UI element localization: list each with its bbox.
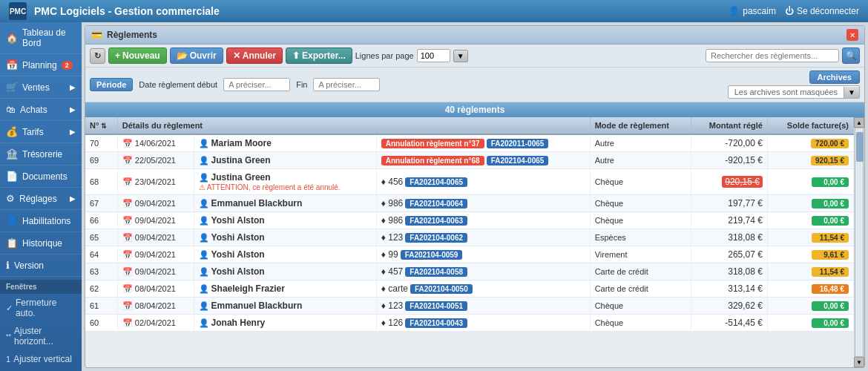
fenetre-ajuster-vertical[interactable]: Ajuster vertical <box>0 350 82 368</box>
client-icon: 👤 <box>199 318 209 327</box>
col-mode: Mode de règlement <box>590 117 691 134</box>
cell-client: 👤 Emmanuel Blackburn <box>194 195 376 212</box>
cell-client: 👤 Yoshi Alston <box>194 212 376 229</box>
client-icon: 👤 <box>199 216 209 225</box>
refresh-button[interactable]: ↻ <box>90 48 105 64</box>
table-row[interactable]: 69 📅 22/05/2021 👤 Justina Green Annulati… <box>85 152 854 169</box>
sidebar-item-habilitations[interactable]: 👤 Habilitations <box>0 210 82 232</box>
search-button[interactable]: 🔍 <box>842 47 860 64</box>
scroll-track[interactable] <box>855 128 864 357</box>
fa-tag[interactable]: FA202011-0065 <box>487 139 549 148</box>
cell-solde: 920,15 € <box>767 152 853 169</box>
fa-tag[interactable]: FA202104-0051 <box>405 301 467 311</box>
fa-tag[interactable]: FA202104-0050 <box>410 284 473 294</box>
user-icon: 👤 <box>6 215 18 226</box>
plus-icon: + <box>115 50 120 61</box>
search-input[interactable] <box>706 49 839 62</box>
cell-detail: Annulation règlement n°37 FA202011-0065 <box>376 134 590 152</box>
sidebar-item-reglages[interactable]: ⚙ Réglages ▶ <box>0 188 82 210</box>
table-row[interactable]: 67 📅 09/04/2021 👤 Emmanuel Blackburn ♦ 9… <box>85 195 854 212</box>
fa-tag[interactable]: FA202104-0065 <box>405 177 467 187</box>
fenetre-fermeture-auto[interactable]: Fermeture auto. <box>0 294 82 322</box>
table-row[interactable]: 60 📅 02/04/2021 👤 Jonah Henry ♦ 126 FA20… <box>85 315 854 332</box>
fenetre-ajuster-horizont[interactable]: Ajuster horizont... <box>0 322 82 350</box>
montant-value: 318,08 € <box>728 232 763 243</box>
ouvrir-button[interactable]: 📂 Ouvrir <box>170 47 223 64</box>
col-num[interactable]: N° ⇅ <box>85 117 117 134</box>
bank-icon: 🏦 <box>6 148 18 160</box>
logout-btn[interactable]: ⏻ Se déconnecter <box>785 6 859 16</box>
panel-icon: 💳 <box>91 30 102 40</box>
sidebar-item-planning[interactable]: 📅 Planning 2 <box>0 54 82 76</box>
table-row[interactable]: 62 📅 08/04/2021 👤 Shaeleigh Frazier ♦ ca… <box>85 280 854 298</box>
sidebar-item-historique[interactable]: 📋 Historique <box>0 232 82 255</box>
sidebar-item-ventes[interactable]: 🛒 Ventes ▶ <box>0 76 82 99</box>
sidebar-item-achats[interactable]: 🛍 Achats ▶ <box>0 99 82 121</box>
sidebar-label-habilitations: Habilitations <box>22 216 70 226</box>
cell-date: 📅 09/04/2021 <box>117 263 194 280</box>
archives-dropdown-arrow[interactable]: ▼ <box>844 87 859 98</box>
fa-tag[interactable]: FA202104-0064 <box>405 199 467 209</box>
solde-badge: 0,00 € <box>812 318 849 328</box>
sidebar-item-tresorerie[interactable]: 🏦 Trésorerie <box>0 143 82 165</box>
fenetre-fermer-tout[interactable]: Fermer tout <box>0 368 82 371</box>
sidebar-item-version[interactable]: ℹ Version <box>0 255 82 277</box>
cell-mode: Carte de crédit <box>590 280 691 298</box>
date-debut-input[interactable] <box>223 78 290 91</box>
nouveau-label: Nouveau <box>122 50 160 61</box>
fa-tag[interactable]: FA202104-0062 <box>405 233 467 243</box>
fa-tag[interactable]: FA202104-0058 <box>405 267 467 277</box>
solde-badge: 920,15 € <box>811 156 849 165</box>
sidebar-item-documents[interactable]: 📄 Documents <box>0 165 82 188</box>
cell-montant: 265,07 € <box>691 246 768 263</box>
periode-button[interactable]: Période <box>90 78 133 91</box>
achats-arrow: ▶ <box>70 105 76 114</box>
scroll-thumb[interactable] <box>856 132 864 162</box>
cell-date: 📅 02/04/2021 <box>117 315 194 332</box>
lines-dropdown-arrow[interactable]: ▼ <box>453 50 468 62</box>
panel-close-button[interactable]: ✕ <box>846 29 858 41</box>
solde-badge: 0,00 € <box>812 301 849 311</box>
client-icon: 👤 <box>199 284 209 293</box>
cell-solde: 9,61 € <box>767 246 853 263</box>
app-logo: PMC <box>9 2 27 20</box>
cell-client: 👤 Emmanuel Blackburn <box>194 298 376 315</box>
table-row[interactable]: 61 📅 08/04/2021 👤 Emmanuel Blackburn ♦ 1… <box>85 298 854 315</box>
nouveau-button[interactable]: + Nouveau <box>108 47 167 64</box>
cell-num: 67 <box>85 195 117 212</box>
sidebar-label-historique: Historique <box>22 238 62 249</box>
cell-num: 60 <box>85 315 117 332</box>
date-fin-input[interactable] <box>313 78 380 91</box>
cell-num: 69 <box>85 152 117 169</box>
scroll-down-arrow[interactable]: ▼ <box>854 357 864 367</box>
table-row[interactable]: 70 📅 14/06/2021 👤 Mariam Moore Annulatio… <box>85 134 854 152</box>
detail-text: ♦ 123 <box>381 301 403 311</box>
client-name: Emmanuel Blackburn <box>211 198 303 209</box>
sidebar-item-tableau-de-bord[interactable]: 🏠 Tableau de Bord <box>0 22 82 54</box>
fa-tag[interactable]: FA202104-0043 <box>405 318 467 328</box>
exporter-button[interactable]: ⬆ Exporter... <box>286 47 352 64</box>
user-info[interactable]: 👤 pascaim <box>729 6 776 16</box>
fa-tag[interactable]: FA202104-0059 <box>401 250 463 260</box>
archives-button[interactable]: Archives <box>809 70 860 84</box>
scrollbar[interactable]: ▲ ▼ <box>854 117 864 367</box>
client-name: Jonah Henry <box>211 318 266 328</box>
table-row[interactable]: 68 📅 23/04/2021 👤 Justina Green ⚠ ATTENT… <box>85 169 854 195</box>
table-row[interactable]: 63 📅 09/04/2021 👤 Yoshi Alston ♦ 457 FA2… <box>85 263 854 280</box>
table-row[interactable]: 66 📅 09/04/2021 👤 Yoshi Alston ♦ 986 FA2… <box>85 212 854 229</box>
cell-date: 📅 22/05/2021 <box>117 152 194 169</box>
fa-tag[interactable]: FA202104-0063 <box>405 216 467 226</box>
scroll-up-arrow[interactable]: ▲ <box>854 117 864 128</box>
annuler-button[interactable]: ✕ Annuler <box>226 47 283 64</box>
cell-montant: 313,14 € <box>691 280 768 298</box>
reglages-arrow: ▶ <box>70 194 76 203</box>
sidebar-item-tarifs[interactable]: 💰 Tarifs ▶ <box>0 121 82 143</box>
table-row[interactable]: 64 📅 09/04/2021 👤 Yoshi Alston ♦ 99 FA20… <box>85 246 854 263</box>
folder-icon: 📂 <box>177 50 188 61</box>
fa-tag[interactable]: FA202104-0065 <box>487 156 549 165</box>
table-row[interactable]: 65 📅 09/04/2021 👤 Yoshi Alston ♦ 123 FA2… <box>85 229 854 246</box>
lines-input[interactable] <box>417 49 450 62</box>
tarifs-arrow: ▶ <box>70 128 76 136</box>
montant-value: 197,77 € <box>728 198 763 209</box>
table-container[interactable]: N° ⇅ Détails du règlement Mode de règlem… <box>85 117 854 367</box>
